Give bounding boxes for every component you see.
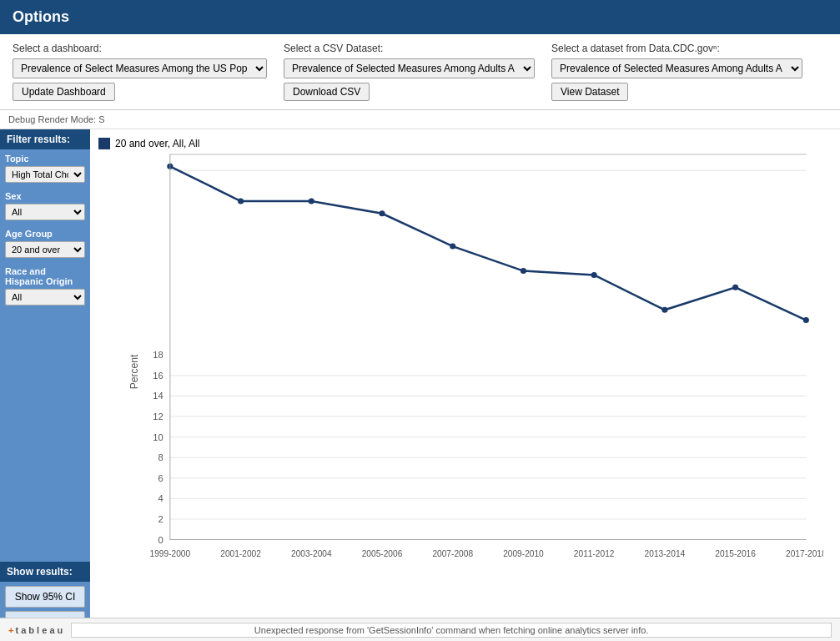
datacdc-option-group: Select a dataset from Data.CDC.govⁿ: Pre… (551, 43, 802, 101)
options-header: Options (0, 0, 840, 34)
svg-text:2017-2018: 2017-2018 (786, 549, 823, 558)
svg-text:2011-2012: 2011-2012 (574, 549, 615, 558)
show-ci-button[interactable]: Show 95% CI (5, 586, 85, 608)
svg-text:12: 12 (153, 411, 163, 421)
sex-filter-group: Sex All Male Female (0, 187, 90, 225)
csv-label: Select a CSV Dataset: (284, 43, 535, 54)
chart-line (170, 166, 806, 320)
tableau-logo: + t a b l e a u (8, 625, 63, 635)
csv-option-group: Select a CSV Dataset: Prevalence of Sele… (284, 43, 535, 101)
race-label: Race and Hispanic Origin (5, 266, 85, 286)
line-chart: 0 2 4 6 8 10 12 14 16 18 Percent 1999-20… (128, 154, 823, 615)
race-select[interactable]: All Non-Hispanic White Non-Hispanic Blac… (5, 289, 85, 305)
dashboard-option-group: Select a dashboard: Prevalence of Select… (13, 43, 267, 101)
debug-text: Debug Render Mode: S (8, 114, 105, 124)
legend-color-box (98, 138, 110, 149)
age-select[interactable]: 20 and over All ages 18 and over (5, 241, 85, 258)
data-point-9 (803, 317, 809, 323)
datacdc-select[interactable]: Prevalence of Selected Measures Among Ad… (551, 58, 802, 78)
download-csv-button[interactable]: Download CSV (284, 83, 370, 101)
data-point-6 (591, 272, 597, 278)
svg-text:2: 2 (158, 514, 163, 524)
age-filter-group: Age Group 20 and over All ages 18 and ov… (0, 225, 90, 262)
show-results-title: Show results: (0, 562, 90, 582)
sidebar: Filter results: Topic High Total Cholest… (0, 129, 90, 641)
svg-text:18: 18 (153, 350, 163, 360)
dashboard-select[interactable]: Prevalence of Select Measures Among the … (13, 58, 267, 78)
view-dataset-button[interactable]: View Dataset (551, 83, 628, 101)
svg-text:2003-2004: 2003-2004 (291, 549, 332, 558)
svg-text:2015-2016: 2015-2016 (715, 549, 756, 558)
legend-text: 20 and over, All, All (115, 138, 199, 149)
dashboard-label: Select a dashboard: (13, 43, 267, 54)
csv-select[interactable]: Prevalence of Selected Measures Among Ad… (284, 58, 535, 78)
status-bar: + t a b l e a u Unexpected response from… (0, 618, 840, 641)
svg-text:2007-2008: 2007-2008 (432, 549, 473, 558)
race-filter-group: Race and Hispanic Origin All Non-Hispani… (0, 262, 90, 310)
svg-text:0: 0 (158, 535, 163, 545)
data-point-8 (732, 285, 738, 290)
chart-area: 20 and over, All, All 0 (90, 129, 840, 641)
data-point-2 (309, 198, 314, 204)
main-content: Filter results: Topic High Total Cholest… (0, 129, 840, 641)
update-dashboard-button[interactable]: Update Dashboard (13, 83, 115, 101)
topic-label: Topic (5, 154, 85, 164)
data-point-1 (238, 198, 244, 204)
sex-select[interactable]: All Male Female (5, 204, 85, 220)
svg-text:2005-2006: 2005-2006 (362, 549, 403, 558)
sex-label: Sex (5, 191, 85, 201)
data-point-5 (521, 268, 526, 274)
svg-text:2001-2002: 2001-2002 (220, 549, 261, 558)
age-label: Age Group (5, 229, 85, 239)
chart-container: 0 2 4 6 8 10 12 14 16 18 Percent 1999-20… (90, 154, 832, 641)
svg-text:2009-2010: 2009-2010 (503, 549, 544, 558)
filter-results-title: Filter results: (0, 129, 90, 149)
svg-text:8: 8 (158, 452, 163, 462)
svg-text:6: 6 (158, 473, 163, 483)
svg-text:4: 4 (158, 493, 163, 503)
status-message: Unexpected response from 'GetSessionInfo… (71, 623, 832, 638)
svg-text:2013-2014: 2013-2014 (645, 549, 686, 558)
header-title: Options (13, 8, 69, 25)
svg-text:Percent: Percent (128, 354, 140, 389)
datacdc-label: Select a dataset from Data.CDC.govⁿ: (551, 43, 802, 54)
svg-text:1999-2000: 1999-2000 (150, 549, 191, 558)
data-point-4 (450, 244, 455, 250)
topic-filter-group: Topic High Total Cholest... Diabetes Hyp… (0, 149, 90, 187)
debug-bar: Debug Render Mode: S (0, 110, 840, 129)
data-point-3 (379, 210, 385, 216)
svg-text:10: 10 (153, 432, 163, 442)
data-point-7 (661, 307, 667, 313)
topic-select[interactable]: High Total Cholest... Diabetes Hypertens… (5, 166, 85, 183)
svg-text:16: 16 (153, 371, 163, 381)
svg-text:14: 14 (153, 391, 163, 401)
chart-legend: 20 and over, All, All (90, 138, 832, 154)
options-panel: Select a dashboard: Prevalence of Select… (0, 34, 840, 110)
